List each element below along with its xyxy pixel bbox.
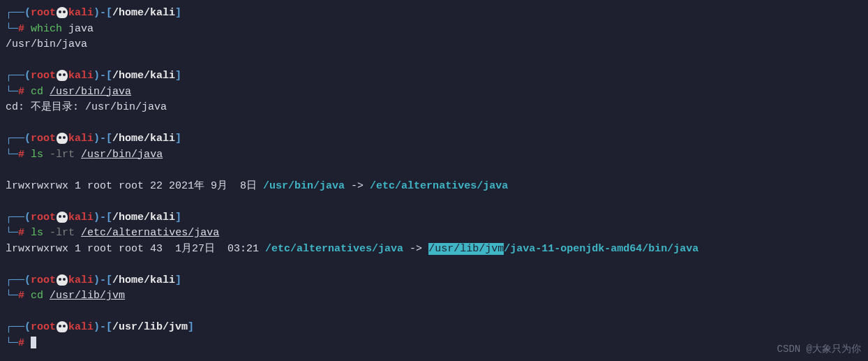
skull-icon: [57, 274, 68, 286]
skull-icon: [57, 212, 68, 223]
prompt-line: ┌──(rootkali)-[/home/kali]: [6, 131, 862, 147]
prompt-line: ┌──(rootkali)-[/usr/lib/jvm]: [6, 320, 862, 336]
output: lrwxrwxrwx 1 root root 22 2021年 9月 8日 /u…: [6, 179, 862, 195]
prompt-line: ┌──(rootkali)-[/home/kali]: [6, 210, 862, 226]
output: cd: 不是目录: /usr/bin/java: [6, 100, 862, 116]
highlighted-path: /usr/lib/jvm: [428, 243, 504, 255]
command-line[interactable]: └─# which java: [6, 22, 862, 38]
cursor: [31, 337, 36, 348]
prompt-line: ┌──(rootkali)-[/home/kali]: [6, 68, 862, 84]
output: /usr/bin/java: [6, 37, 862, 53]
watermark: CSDN @大象只为你: [777, 342, 861, 357]
prompt-line: ┌──(rootkali)-[/home/kali]: [6, 273, 862, 289]
command-line[interactable]: └─# cd /usr/lib/jvm: [6, 288, 862, 304]
skull-icon: [57, 7, 68, 18]
command-line[interactable]: └─# ls -lrt /etc/alternatives/java: [6, 226, 862, 242]
command-line[interactable]: └─# cd /usr/bin/java: [6, 84, 862, 101]
output: lrwxrwxrwx 1 root root 43 1月27日 03:21 /e…: [6, 242, 862, 258]
command-line[interactable]: └─# ls -lrt /usr/bin/java: [6, 147, 862, 163]
skull-icon: [57, 133, 68, 144]
prompt-line: ┌──(rootkali)-[/home/kali]: [6, 6, 862, 22]
command-line[interactable]: └─#: [6, 336, 862, 352]
skull-icon: [57, 70, 68, 81]
skull-icon: [57, 321, 68, 332]
